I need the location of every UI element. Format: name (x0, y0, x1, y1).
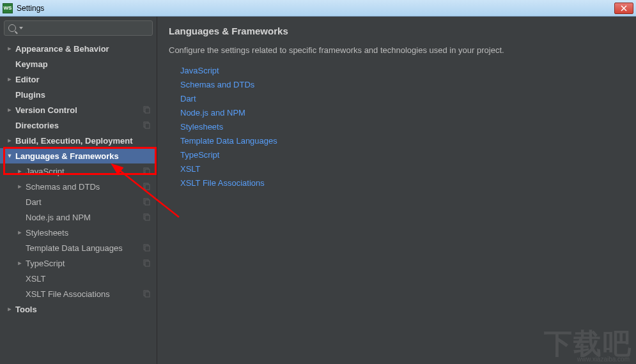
settings-link[interactable]: JavaScript (180, 64, 624, 78)
copy-icon (143, 183, 150, 190)
page-description: Configure the settings related to specif… (169, 45, 624, 55)
search-input[interactable] (4, 20, 153, 36)
tree-item[interactable]: ►Editor (0, 72, 157, 87)
tree-arrow-icon: ► (6, 107, 13, 113)
tree-item[interactable]: Directories (0, 118, 157, 133)
settings-link[interactable]: XSLT File Associations (180, 176, 624, 190)
tree-arrow-icon: ► (17, 229, 23, 236)
settings-link[interactable]: Node.js and NPM (180, 106, 624, 120)
tree-item[interactable]: Plugins (0, 87, 157, 102)
tree-item-label: Keymap (15, 59, 157, 69)
settings-link[interactable]: Schemas and DTDs (180, 78, 624, 92)
tree-item[interactable]: ►Stylesheets (0, 225, 157, 240)
tree-item[interactable]: Keymap (0, 56, 157, 72)
tree-item-label: Template Data Languages (26, 243, 143, 253)
copy-icon (143, 290, 150, 298)
app-icon: WS (3, 3, 13, 13)
tree-item-label: XSLT (26, 274, 157, 284)
tree-item[interactable]: ►Version Control (0, 102, 157, 118)
close-button[interactable] (614, 3, 633, 14)
tree-item-label: Build, Execution, Deployment (15, 136, 157, 146)
tree-arrow-icon: ► (6, 306, 13, 312)
tree-item-label: Languages & Frameworks (15, 151, 157, 161)
tree-item[interactable]: ►TypeScript (0, 255, 157, 271)
settings-link[interactable]: Stylesheets (180, 120, 624, 134)
settings-link[interactable]: TypeScript (180, 148, 624, 162)
page-title: Languages & Frameworks (169, 26, 624, 36)
tree-arrow-icon: ► (6, 76, 13, 82)
tree-item[interactable]: XSLT File Associations (0, 286, 157, 301)
tree-item[interactable]: ►Appearance & Behavior (0, 41, 157, 56)
tree-item-label: Dart (26, 197, 143, 207)
tree-item[interactable]: ►JavaScript (0, 163, 157, 179)
tree-arrow-icon: ► (17, 183, 23, 190)
copy-icon (143, 167, 150, 175)
search-icon (8, 24, 16, 32)
svg-rect-17 (145, 292, 150, 297)
tree-item-label: XSLT File Associations (26, 289, 143, 299)
tree-item[interactable]: ►Tools (0, 301, 157, 317)
close-icon (621, 5, 627, 11)
tree-item-label: Stylesheets (26, 228, 157, 238)
settings-tree[interactable]: ►Appearance & BehaviorKeymap►EditorPlugi… (0, 40, 157, 364)
tree-item[interactable]: Template Data Languages (0, 240, 157, 255)
copy-icon (143, 198, 150, 206)
main-layout: ►Appearance & BehaviorKeymap►EditorPlugi… (0, 17, 636, 364)
svg-rect-15 (145, 261, 150, 266)
tree-item[interactable]: ►Build, Execution, Deployment (0, 133, 157, 148)
content-panel: Languages & Frameworks Configure the set… (157, 17, 636, 364)
tree-item[interactable]: ►Schemas and DTDs (0, 179, 157, 194)
svg-rect-13 (145, 246, 150, 251)
tree-item[interactable]: XSLT (0, 271, 157, 286)
tree-item-label: Directories (15, 121, 143, 130)
copy-icon (143, 106, 150, 114)
copy-icon (143, 259, 150, 267)
chevron-down-icon (19, 27, 23, 29)
tree-item-label: Appearance & Behavior (15, 44, 157, 54)
tree-item[interactable]: ▼Languages & Frameworks (0, 148, 157, 163)
tree-item-label: Editor (15, 75, 157, 84)
title-bar: WS Settings (0, 0, 636, 17)
svg-rect-11 (145, 215, 150, 220)
sidebar: ►Appearance & BehaviorKeymap►EditorPlugi… (0, 17, 157, 364)
settings-link[interactable]: Template Data Languages (180, 134, 624, 148)
tree-item-label: Node.js and NPM (26, 213, 143, 222)
copy-icon (143, 244, 150, 252)
tree-item-label: Version Control (15, 105, 143, 115)
svg-rect-1 (145, 108, 150, 113)
svg-rect-9 (145, 200, 150, 205)
tree-item-label: Plugins (15, 90, 157, 100)
copy-icon (143, 213, 150, 221)
tree-arrow-icon: ► (17, 168, 23, 174)
svg-rect-3 (145, 123, 150, 128)
settings-link[interactable]: Dart (180, 92, 624, 106)
tree-item[interactable]: Node.js and NPM (0, 209, 157, 225)
tree-item-label: Schemas and DTDs (26, 182, 143, 192)
tree-arrow-icon: ▼ (6, 153, 13, 159)
svg-rect-7 (145, 185, 150, 190)
tree-arrow-icon: ► (17, 260, 23, 266)
window-title: Settings (17, 4, 44, 13)
sub-links: JavaScriptSchemas and DTDsDartNode.js an… (169, 64, 624, 190)
tree-arrow-icon: ► (6, 45, 13, 52)
svg-rect-5 (145, 169, 150, 174)
copy-icon (143, 121, 150, 129)
tree-item-label: Tools (15, 305, 157, 314)
tree-item-label: JavaScript (26, 167, 143, 176)
settings-link[interactable]: XSLT (180, 162, 624, 176)
tree-arrow-icon: ► (6, 137, 13, 144)
tree-item-label: TypeScript (26, 259, 143, 268)
tree-item[interactable]: Dart (0, 194, 157, 209)
search-wrap (0, 17, 157, 40)
